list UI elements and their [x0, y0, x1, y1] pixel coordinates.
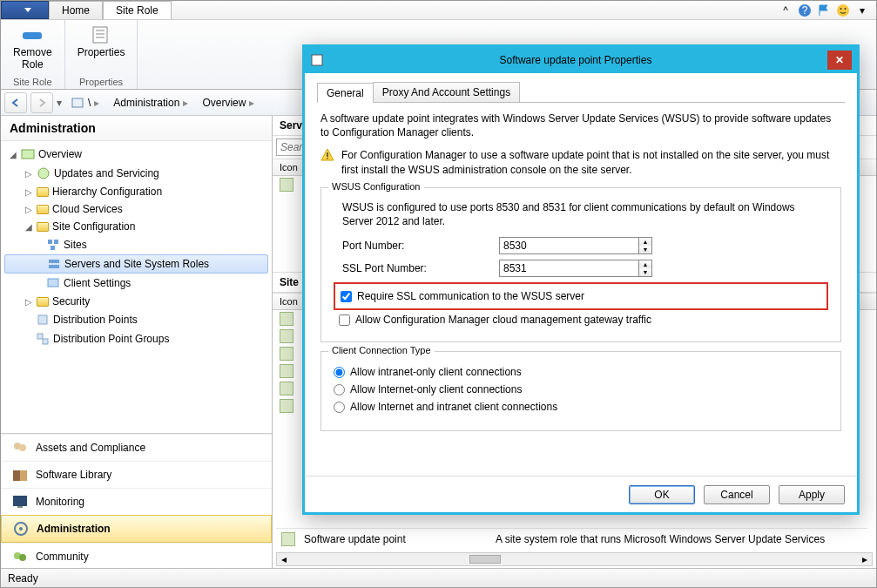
svg-rect-11	[22, 150, 34, 159]
tree-label: Cloud Services	[52, 203, 123, 215]
role-name: Software update point	[304, 533, 487, 545]
chevron-up-icon[interactable]: ^	[779, 3, 793, 17]
tree-client-settings[interactable]: Client Settings	[1, 274, 272, 293]
role-icon	[280, 312, 293, 326]
ok-label: OK	[654, 489, 669, 501]
scroll-right-icon[interactable]: ▸	[858, 553, 872, 565]
smiley-icon[interactable]	[836, 3, 850, 17]
tree-servers-roles[interactable]: Servers and Site System Roles	[4, 254, 268, 274]
radio-internet-label: Allow Internet-only client connections	[350, 383, 522, 395]
expand-icon[interactable]: ▷	[24, 187, 33, 197]
role-description: A site system role that runs Microsoft W…	[496, 533, 825, 545]
tab-site-role[interactable]: Site Role	[103, 1, 172, 19]
ssl-port-input[interactable]	[499, 260, 638, 277]
folder-icon	[37, 222, 49, 232]
cancel-button[interactable]: Cancel	[704, 485, 770, 504]
dropdown-icon[interactable]: ▾	[855, 3, 869, 17]
expand-icon[interactable]: ▷	[24, 205, 33, 214]
tree-sites[interactable]: Sites	[1, 235, 272, 254]
apply-label: Apply	[799, 489, 825, 501]
flag-icon[interactable]	[817, 3, 831, 17]
tree-label: Distribution Point Groups	[53, 333, 169, 345]
tree-label: Servers and Site System Roles	[64, 258, 209, 270]
allow-cmg-checkbox[interactable]	[339, 314, 350, 326]
dp-icon	[36, 313, 50, 327]
tree-overview[interactable]: ◢ Overview	[1, 145, 272, 164]
ok-button[interactable]: OK	[629, 485, 695, 504]
tree-distribution-points[interactable]: Distribution Points	[1, 310, 272, 329]
breadcrumb-root[interactable]: \ ▸	[65, 94, 105, 112]
expand-icon[interactable]: ▷	[24, 169, 33, 179]
close-button[interactable]: ✕	[827, 51, 852, 70]
updates-icon	[37, 166, 51, 180]
remove-role-button[interactable]: Remove Role	[10, 24, 56, 72]
tab-general[interactable]: General	[317, 83, 374, 103]
dialog-title: Software update point Properties	[324, 54, 827, 66]
ssl-port-down[interactable]: ▼	[639, 268, 651, 276]
svg-point-29	[19, 527, 23, 531]
scroll-thumb[interactable]	[469, 555, 501, 564]
apply-button[interactable]: Apply	[779, 485, 845, 504]
help-icon[interactable]: ?	[798, 3, 812, 17]
tab-home-label: Home	[62, 4, 90, 17]
section-software[interactable]: Software Library	[1, 461, 272, 488]
svg-rect-5	[23, 32, 42, 39]
collapse-icon[interactable]: ◢	[8, 150, 17, 159]
remove-role-label: Remove Role	[13, 46, 52, 71]
properties-label: Properties	[78, 46, 125, 58]
section-administration[interactable]: Administration	[1, 515, 272, 543]
radio-intranet[interactable]	[334, 367, 345, 378]
breadcrumb-dropdown-icon[interactable]: ▾	[57, 97, 62, 109]
properties-button[interactable]: Properties	[74, 24, 129, 60]
port-label: Port Number:	[342, 240, 499, 252]
tab-home[interactable]: Home	[49, 1, 103, 19]
ssl-port-up[interactable]: ▲	[639, 260, 651, 268]
site-icon	[71, 96, 84, 110]
tree-site-configuration[interactable]: ◢ Site Configuration	[1, 218, 272, 235]
radio-both[interactable]	[334, 402, 345, 413]
require-ssl-checkbox[interactable]	[341, 291, 352, 302]
administration-icon	[12, 521, 30, 537]
chevron-right-icon: ▸	[183, 97, 188, 109]
svg-point-23	[19, 444, 26, 451]
tree-hierarchy[interactable]: ▷ Hierarchy Configuration	[1, 183, 272, 200]
remove-role-icon	[19, 25, 45, 44]
horizontal-scrollbar[interactable]: ◂ ▸	[276, 552, 873, 566]
chevron-right-icon: ▸	[249, 97, 254, 109]
port-input[interactable]	[499, 237, 638, 254]
svg-rect-20	[37, 334, 43, 339]
servers-icon	[47, 257, 61, 271]
expand-icon[interactable]: ▷	[24, 297, 33, 307]
tree-label: Hierarchy Configuration	[52, 186, 162, 198]
tab-proxy-label: Proxy And Account Settings	[382, 86, 510, 98]
tree-security[interactable]: ▷ Security	[1, 293, 272, 310]
radio-both-label: Allow Internet and intranet client conne…	[350, 401, 557, 413]
breadcrumb-administration[interactable]: Administration ▸	[108, 95, 193, 111]
tab-proxy[interactable]: Proxy And Account Settings	[373, 82, 520, 102]
section-label: Community	[36, 551, 89, 563]
svg-rect-6	[93, 27, 107, 43]
scroll-left-icon[interactable]: ◂	[277, 553, 291, 565]
svg-rect-32	[312, 55, 322, 65]
section-community[interactable]: Community	[1, 543, 272, 570]
forward-button[interactable]	[30, 92, 53, 113]
section-monitoring[interactable]: Monitoring	[1, 488, 272, 515]
svg-rect-17	[49, 265, 59, 268]
section-assets[interactable]: Assets and Compliance	[1, 434, 272, 461]
back-button[interactable]	[4, 92, 27, 113]
wsus-fieldset: WSUS Configuration WSUS is configured to…	[320, 187, 841, 342]
breadcrumb-overview[interactable]: Overview ▸	[197, 95, 260, 111]
tree-updates-servicing[interactable]: ▷ Updates and Servicing	[1, 164, 272, 183]
app-menu-button[interactable]	[1, 1, 49, 19]
port-down[interactable]: ▼	[639, 246, 651, 253]
radio-internet[interactable]	[334, 384, 345, 395]
ribbon-group-site-role: Site Role	[13, 75, 52, 87]
nav-tree: ◢ Overview ▷ Updates and Servicing ▷ Hie…	[1, 141, 272, 433]
collapse-icon[interactable]: ◢	[24, 222, 33, 232]
tree-distribution-point-groups[interactable]: Distribution Point Groups	[1, 329, 272, 348]
port-up[interactable]: ▲	[639, 238, 651, 246]
tree-cloud-services[interactable]: ▷ Cloud Services	[1, 200, 272, 218]
role-icon	[280, 364, 293, 378]
allow-cmg-label: Allow Configuration Manager cloud manage…	[355, 314, 651, 326]
svg-rect-13	[48, 240, 52, 244]
